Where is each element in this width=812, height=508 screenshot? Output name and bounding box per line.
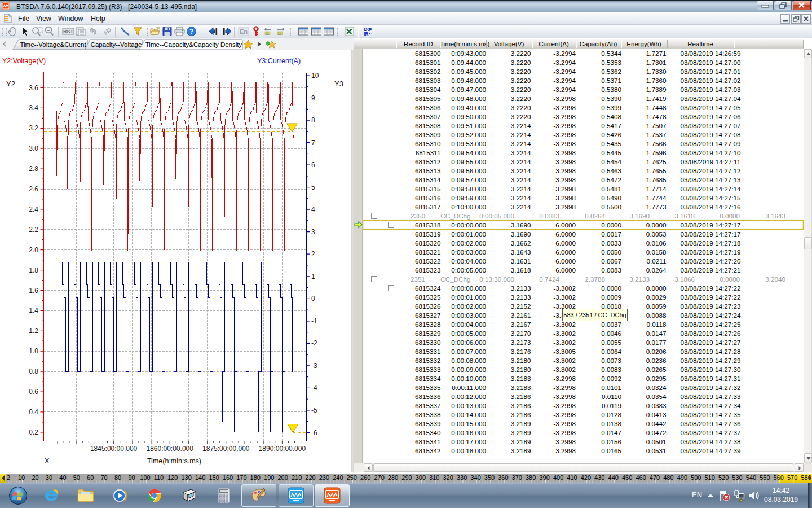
svg-text:2.8: 2.8 xyxy=(29,165,38,173)
svg-text:3.0: 3.0 xyxy=(29,144,38,152)
svg-text:3.6: 3.6 xyxy=(29,84,38,92)
svg-text:3.2: 3.2 xyxy=(29,124,38,132)
svg-text:0.8: 0.8 xyxy=(29,367,38,375)
svg-text:IR: IR xyxy=(364,31,369,37)
svg-text:Y3:Current(A): Y3:Current(A) xyxy=(257,57,301,65)
svg-text:-3: -3 xyxy=(311,362,317,370)
svg-text:9: 9 xyxy=(311,94,315,102)
svg-text:1: 1 xyxy=(311,273,315,281)
svg-text:2.2: 2.2 xyxy=(29,226,38,234)
svg-text:1845:00:00.000: 1845:00:00.000 xyxy=(90,445,138,453)
svg-text:2.4: 2.4 xyxy=(29,205,38,213)
svg-text:7: 7 xyxy=(311,139,315,147)
svg-text:1.6: 1.6 xyxy=(29,287,38,295)
svg-text:RST: RST xyxy=(63,29,74,34)
svg-text:Capacity--Voltage: Capacity--Voltage xyxy=(91,41,142,48)
svg-text:-4: -4 xyxy=(311,384,317,392)
svg-text:0: 0 xyxy=(311,295,315,303)
svg-text:En: En xyxy=(240,28,248,35)
svg-text:5: 5 xyxy=(311,183,315,191)
svg-text:1.0: 1.0 xyxy=(29,347,38,355)
svg-text:1.8: 1.8 xyxy=(29,266,38,274)
svg-text:Y2:Voltage(V): Y2:Voltage(V) xyxy=(2,57,46,65)
svg-text:2.0: 2.0 xyxy=(29,246,38,254)
svg-text:8: 8 xyxy=(311,116,315,124)
svg-text:-1: -1 xyxy=(311,317,317,325)
svg-text:Time--Voltage&Current: Time--Voltage&Current xyxy=(20,41,86,48)
svg-text:1.2: 1.2 xyxy=(29,327,38,335)
svg-text:1875:00:00.000: 1875:00:00.000 xyxy=(202,445,250,453)
svg-text:Y3: Y3 xyxy=(334,80,343,88)
svg-text:0.2: 0.2 xyxy=(29,428,38,436)
svg-text:10: 10 xyxy=(311,72,319,80)
svg-text:2: 2 xyxy=(311,250,315,258)
svg-text:2.6: 2.6 xyxy=(29,185,38,193)
svg-text:-6: -6 xyxy=(311,429,317,437)
svg-text:3.4: 3.4 xyxy=(29,104,38,112)
svg-text:~: ~ xyxy=(369,31,372,37)
svg-text:6: 6 xyxy=(311,161,315,169)
svg-text:Time(h:min:s.ms): Time(h:min:s.ms) xyxy=(147,457,201,465)
svg-text:-2: -2 xyxy=(311,339,317,347)
svg-text:X: X xyxy=(45,457,50,465)
svg-text:1890:00:00.000: 1890:00:00.000 xyxy=(259,445,306,453)
svg-text:Y2: Y2 xyxy=(6,80,15,88)
svg-text:?: ? xyxy=(189,28,193,36)
svg-text:1860:00:00.000: 1860:00:00.000 xyxy=(146,445,193,453)
svg-text:0.4: 0.4 xyxy=(29,408,38,416)
svg-text:1.4: 1.4 xyxy=(29,306,38,314)
svg-text:-5: -5 xyxy=(311,406,317,414)
svg-text:3: 3 xyxy=(311,228,315,236)
svg-text:0.6: 0.6 xyxy=(29,388,38,396)
svg-text:4: 4 xyxy=(311,205,315,213)
svg-text:Time--Capacity&Capacity Densit: Time--Capacity&Capacity Density xyxy=(145,41,242,48)
